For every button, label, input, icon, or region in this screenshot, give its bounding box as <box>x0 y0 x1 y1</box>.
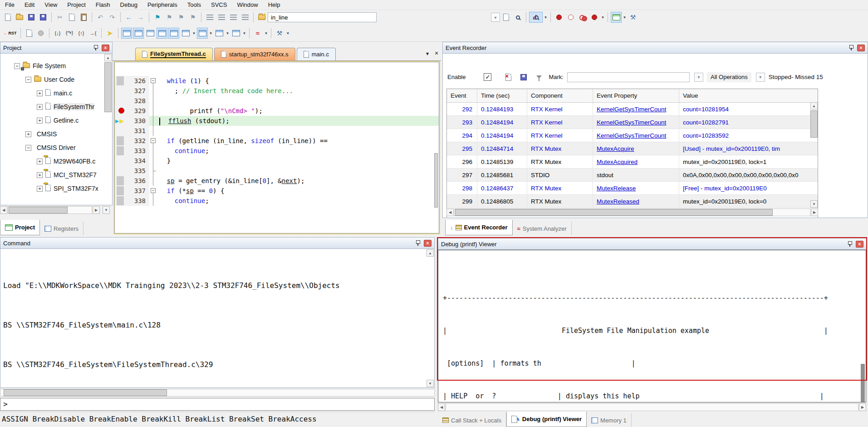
tab-project[interactable]: Project <box>0 220 40 235</box>
tree-item-file-system[interactable]: − File System <box>0 59 112 73</box>
event-row-295[interactable]: 2950.12484714RTX MutexMutexAcquire[Used]… <box>447 142 818 155</box>
enable-checkbox[interactable]: ✓ <box>484 73 491 81</box>
project-tree-hscrollbar[interactable]: ◀ ▶ ▼ <box>0 206 113 214</box>
command-vscrollbar[interactable]: ▲ ▼ <box>427 249 434 387</box>
pin-icon[interactable] <box>847 241 853 247</box>
expand-icon[interactable]: + <box>37 104 43 110</box>
code-line-327[interactable]: 327 ; // Insert thread code here... <box>115 86 439 96</box>
expand-icon[interactable]: + <box>25 131 31 137</box>
tree-item-main-c[interactable]: + main.c <box>0 86 112 100</box>
paste-button[interactable] <box>78 12 89 23</box>
tab-system-analyzer[interactable]: ≈ System Analyzer <box>513 222 572 235</box>
code-line-336[interactable]: 336 sp = get_entry (&in_line[0], &next); <box>115 176 439 186</box>
menu-svcs[interactable]: SVCS <box>206 0 232 10</box>
find-button[interactable] <box>500 12 511 23</box>
debug-dropdown-button[interactable]: ▾ <box>543 15 548 20</box>
project-close-button[interactable]: × <box>102 45 109 51</box>
find-in-files-button[interactable]: ★ <box>256 12 267 23</box>
scroll-thumb[interactable] <box>810 110 818 138</box>
column-time[interactable]: Time (sec) <box>477 89 527 102</box>
breakpoint-margin[interactable] <box>115 96 128 106</box>
code-line-335[interactable]: 335 <box>115 166 439 176</box>
code-line-337[interactable]: 337 − if (*sp == 0) { <box>115 186 439 196</box>
operations-filter-value[interactable]: All Operations <box>707 72 751 82</box>
tab-main-c[interactable]: main.c <box>297 48 336 60</box>
menu-flash[interactable]: Flash <box>91 0 115 10</box>
fold-column[interactable]: − <box>149 136 157 146</box>
symbols-window-button[interactable] <box>145 28 156 39</box>
toolbox-dropdown-button[interactable]: ▾ <box>285 31 290 35</box>
menu-window[interactable]: Window <box>232 0 263 10</box>
event-row-297[interactable]: 2970.12485681STDIOstdout0x0A,0x00,0x00,0… <box>447 169 818 182</box>
event-property-link[interactable]: MutexRelease <box>597 185 636 192</box>
enable-disable-breakpoint-button[interactable] <box>565 12 576 23</box>
stop-button[interactable] <box>35 28 46 39</box>
expand-icon[interactable]: + <box>37 172 43 178</box>
code-line-326[interactable]: 326 − while (1) { <box>115 76 439 86</box>
system-analyzer-dropdown-button[interactable]: ▾ <box>264 31 269 35</box>
expand-icon[interactable]: + <box>37 186 43 192</box>
code-editor[interactable]: 326 − while (1) { 327 ; // Insert thread… <box>114 62 439 233</box>
tree-item-cmsis[interactable]: + CMSIS <box>0 127 112 141</box>
save-events-button[interactable] <box>518 72 529 83</box>
scroll-down-button[interactable]: ▼ <box>810 200 818 208</box>
scroll-thumb[interactable] <box>4 389 167 396</box>
menu-peripherals[interactable]: Peripherals <box>142 0 182 10</box>
menu-debug[interactable]: Debug <box>115 0 142 10</box>
breakpoint-margin[interactable] <box>115 86 128 96</box>
kill-all-breakpoints-button[interactable] <box>589 12 600 23</box>
event-row-299[interactable]: 2990.12486805RTX MutexMutexReleasedmutex… <box>447 195 818 208</box>
breakpoint-margin[interactable] <box>115 136 128 146</box>
run-to-cursor-button[interactable]: →{ <box>88 28 98 39</box>
cut-button[interactable]: ✂ <box>54 12 65 23</box>
analysis-windows-button[interactable] <box>230 28 241 39</box>
code-line-332[interactable]: 332 − if (getline (in_line, sizeof (in_l… <box>115 136 439 146</box>
breakpoint-margin[interactable] <box>115 76 128 86</box>
open-file-button[interactable] <box>14 12 25 23</box>
event-table-hscrollbar[interactable]: ◀ ▶ <box>446 209 818 217</box>
scroll-thumb[interactable] <box>9 207 68 214</box>
code-line-333[interactable]: 333 continue; <box>115 146 439 156</box>
scroll-thumb[interactable] <box>434 153 438 208</box>
scroll-up-button[interactable]: ▲ <box>810 102 818 109</box>
copy-button[interactable] <box>66 12 77 23</box>
start-stop-debug-button[interactable]: d <box>529 12 543 23</box>
breakpoint-margin[interactable] <box>115 196 128 206</box>
scroll-up-button[interactable]: ▲ <box>104 54 112 61</box>
column-event-property[interactable]: Event Property <box>593 89 679 102</box>
event-table-vscrollbar[interactable]: ▲ ▼ <box>810 102 818 208</box>
scroll-right-button[interactable]: ▶ <box>859 403 866 411</box>
event-row-293[interactable]: 2930.12484194RTX KernelKernelGetSysTimer… <box>447 116 818 129</box>
tree-item-m29w640fb-c[interactable]: + M29W640FB.c <box>0 154 112 168</box>
command-input-line[interactable]: > <box>0 398 435 411</box>
editor-vscrollbar[interactable] <box>432 62 439 233</box>
tab-memory-1[interactable]: Memory 1 <box>587 413 632 427</box>
operations-dropdown-button[interactable]: ▾ <box>756 73 765 82</box>
step-over-button[interactable]: {↷} <box>64 28 75 39</box>
menu-view[interactable]: View <box>39 0 62 10</box>
command-window-button[interactable] <box>121 28 132 39</box>
fold-collapse-icon[interactable]: − <box>151 188 156 193</box>
insert-bookmark-button[interactable]: ⚑ <box>152 12 163 23</box>
navigate-back-button[interactable]: ← <box>123 12 134 23</box>
event-property-link[interactable]: KernelGetSysTimerCount <box>597 119 666 126</box>
undo-button[interactable]: ↶ <box>95 12 106 23</box>
scroll-up-button[interactable]: ▲ <box>427 249 434 257</box>
event-property-link[interactable]: MutexAcquire <box>597 145 634 152</box>
navigate-forward-button[interactable]: → <box>135 12 146 23</box>
pin-icon[interactable] <box>415 240 421 246</box>
tab-list-dropdown-button[interactable]: ▾ <box>423 50 432 57</box>
collapse-icon[interactable]: − <box>25 145 31 151</box>
event-row-292[interactable]: 2920.12484193RTX KernelKernelGetSysTimer… <box>447 103 818 116</box>
unindent-button[interactable] <box>216 12 227 23</box>
save-button[interactable] <box>26 12 37 23</box>
next-bookmark-button[interactable]: ⚑ <box>176 12 186 23</box>
code-line-328[interactable]: 328 <box>115 96 439 106</box>
mark-dropdown-button[interactable]: ▾ <box>694 73 703 82</box>
call-stack-window-button[interactable] <box>168 28 179 39</box>
insert-breakpoint-button[interactable] <box>554 12 564 23</box>
views-dropdown-button[interactable]: ▾ <box>622 15 627 20</box>
event-property-link[interactable]: MutexAcquired <box>597 159 638 165</box>
breakpoint-margin[interactable] <box>115 156 128 166</box>
find-dropdown-button[interactable]: ▾ <box>491 13 500 22</box>
